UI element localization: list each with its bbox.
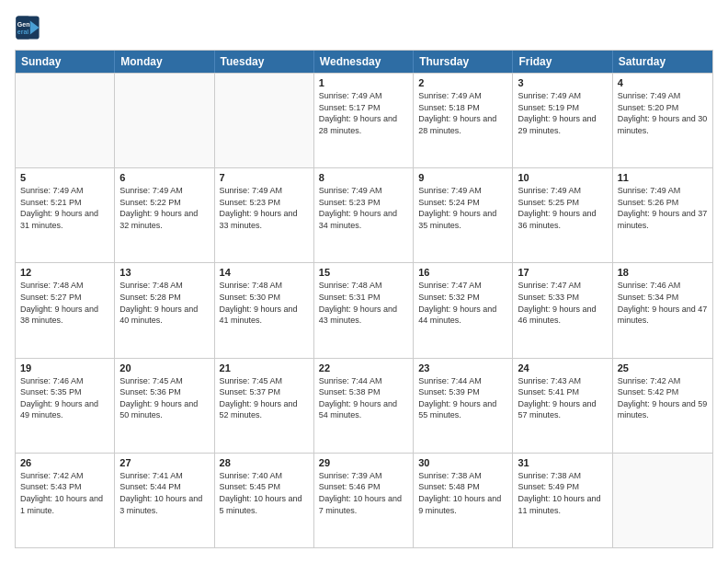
day-details: Sunrise: 7:49 AM Sunset: 5:22 PM Dayligh… [119,185,209,231]
day-cell-8: 8Sunrise: 7:49 AM Sunset: 5:23 PM Daylig… [314,168,414,262]
day-details: Sunrise: 7:49 AM Sunset: 5:19 PM Dayligh… [518,90,607,136]
day-cell-3: 3Sunrise: 7:49 AM Sunset: 5:19 PM Daylig… [513,74,612,167]
day-details: Sunrise: 7:49 AM Sunset: 5:20 PM Dayligh… [618,90,708,136]
day-cell-22: 22Sunrise: 7:44 AM Sunset: 5:38 PM Dayli… [314,359,414,453]
day-cell-15: 15Sunrise: 7:48 AM Sunset: 5:31 PM Dayli… [314,263,414,357]
day-details: Sunrise: 7:42 AM Sunset: 5:43 PM Dayligh… [20,470,109,516]
day-number: 16 [418,267,507,278]
day-number: 14 [220,267,309,278]
day-number: 13 [119,267,209,278]
day-details: Sunrise: 7:39 AM Sunset: 5:46 PM Dayligh… [319,470,408,516]
calendar-row-1: 5Sunrise: 7:49 AM Sunset: 5:21 PM Daylig… [16,167,712,262]
day-details: Sunrise: 7:41 AM Sunset: 5:44 PM Dayligh… [119,470,209,516]
empty-cell [115,74,214,167]
day-cell-7: 7Sunrise: 7:49 AM Sunset: 5:23 PM Daylig… [215,168,314,262]
day-details: Sunrise: 7:44 AM Sunset: 5:39 PM Dayligh… [418,375,507,421]
day-cell-5: 5Sunrise: 7:49 AM Sunset: 5:21 PM Daylig… [16,168,115,262]
svg-rect-2 [16,16,29,39]
day-details: Sunrise: 7:49 AM Sunset: 5:23 PM Dayligh… [319,185,408,231]
calendar-body: 1Sunrise: 7:49 AM Sunset: 5:17 PM Daylig… [16,73,712,547]
day-details: Sunrise: 7:49 AM Sunset: 5:18 PM Dayligh… [418,90,507,136]
day-cell-19: 19Sunrise: 7:46 AM Sunset: 5:35 PM Dayli… [16,359,115,453]
day-number: 5 [20,172,109,183]
day-number: 20 [119,362,209,373]
day-number: 21 [220,362,309,373]
calendar: SundayMondayTuesdayWednesdayThursdayFrid… [15,50,713,548]
header: Gen eral [15,15,713,40]
day-cell-23: 23Sunrise: 7:44 AM Sunset: 5:39 PM Dayli… [414,359,513,453]
day-number: 26 [20,457,109,468]
day-number: 29 [319,457,408,468]
day-number: 22 [319,362,408,373]
header-day-monday: Monday [115,51,214,73]
header-day-tuesday: Tuesday [215,51,314,73]
day-cell-25: 25Sunrise: 7:42 AM Sunset: 5:42 PM Dayli… [613,359,712,453]
day-details: Sunrise: 7:38 AM Sunset: 5:49 PM Dayligh… [518,470,607,516]
day-number: 12 [20,267,109,278]
day-details: Sunrise: 7:48 AM Sunset: 5:27 PM Dayligh… [20,280,109,326]
day-number: 2 [418,77,507,88]
day-details: Sunrise: 7:49 AM Sunset: 5:24 PM Dayligh… [418,185,507,231]
day-number: 4 [618,77,708,88]
day-number: 1 [319,77,408,88]
day-number: 15 [319,267,408,278]
calendar-row-4: 26Sunrise: 7:42 AM Sunset: 5:43 PM Dayli… [16,453,712,547]
day-details: Sunrise: 7:48 AM Sunset: 5:30 PM Dayligh… [220,280,309,326]
day-cell-31: 31Sunrise: 7:38 AM Sunset: 5:49 PM Dayli… [513,454,612,547]
day-details: Sunrise: 7:49 AM Sunset: 5:25 PM Dayligh… [518,185,607,231]
empty-cell [16,74,115,167]
day-details: Sunrise: 7:48 AM Sunset: 5:28 PM Dayligh… [119,280,209,326]
day-cell-16: 16Sunrise: 7:47 AM Sunset: 5:32 PM Dayli… [414,263,513,357]
day-cell-12: 12Sunrise: 7:48 AM Sunset: 5:27 PM Dayli… [16,263,115,357]
day-cell-18: 18Sunrise: 7:46 AM Sunset: 5:34 PM Dayli… [613,263,712,357]
day-number: 19 [20,362,109,373]
day-details: Sunrise: 7:38 AM Sunset: 5:48 PM Dayligh… [418,470,507,516]
empty-cell [215,74,314,167]
day-number: 30 [418,457,507,468]
day-number: 23 [418,362,507,373]
day-details: Sunrise: 7:47 AM Sunset: 5:32 PM Dayligh… [418,280,507,326]
day-number: 17 [518,267,607,278]
day-number: 18 [618,267,708,278]
day-number: 28 [220,457,309,468]
empty-cell [613,454,712,547]
calendar-header-row: SundayMondayTuesdayWednesdayThursdayFrid… [16,51,712,73]
day-details: Sunrise: 7:48 AM Sunset: 5:31 PM Dayligh… [319,280,408,326]
day-cell-30: 30Sunrise: 7:38 AM Sunset: 5:48 PM Dayli… [414,454,513,547]
day-details: Sunrise: 7:49 AM Sunset: 5:21 PM Dayligh… [20,185,109,231]
day-cell-4: 4Sunrise: 7:49 AM Sunset: 5:20 PM Daylig… [613,74,712,167]
day-details: Sunrise: 7:46 AM Sunset: 5:35 PM Dayligh… [20,375,109,421]
day-number: 25 [618,362,708,373]
day-details: Sunrise: 7:47 AM Sunset: 5:33 PM Dayligh… [518,280,607,326]
calendar-row-3: 19Sunrise: 7:46 AM Sunset: 5:35 PM Dayli… [16,358,712,453]
day-cell-17: 17Sunrise: 7:47 AM Sunset: 5:33 PM Dayli… [513,263,612,357]
day-cell-10: 10Sunrise: 7:49 AM Sunset: 5:25 PM Dayli… [513,168,612,262]
day-cell-1: 1Sunrise: 7:49 AM Sunset: 5:17 PM Daylig… [314,74,414,167]
day-details: Sunrise: 7:45 AM Sunset: 5:36 PM Dayligh… [119,375,209,421]
svg-text:Gen: Gen [17,21,30,28]
day-cell-9: 9Sunrise: 7:49 AM Sunset: 5:24 PM Daylig… [414,168,513,262]
day-details: Sunrise: 7:40 AM Sunset: 5:45 PM Dayligh… [220,470,309,516]
day-cell-20: 20Sunrise: 7:45 AM Sunset: 5:36 PM Dayli… [115,359,214,453]
day-cell-13: 13Sunrise: 7:48 AM Sunset: 5:28 PM Dayli… [115,263,214,357]
day-cell-11: 11Sunrise: 7:49 AM Sunset: 5:26 PM Dayli… [613,168,712,262]
day-cell-6: 6Sunrise: 7:49 AM Sunset: 5:22 PM Daylig… [115,168,214,262]
day-number: 27 [119,457,209,468]
header-day-wednesday: Wednesday [314,51,414,73]
day-cell-28: 28Sunrise: 7:40 AM Sunset: 5:45 PM Dayli… [215,454,314,547]
day-cell-2: 2Sunrise: 7:49 AM Sunset: 5:18 PM Daylig… [414,74,513,167]
day-number: 9 [418,172,507,183]
day-number: 24 [518,362,607,373]
day-details: Sunrise: 7:49 AM Sunset: 5:23 PM Dayligh… [220,185,309,231]
day-cell-27: 27Sunrise: 7:41 AM Sunset: 5:44 PM Dayli… [115,454,214,547]
day-cell-21: 21Sunrise: 7:45 AM Sunset: 5:37 PM Dayli… [215,359,314,453]
header-day-saturday: Saturday [613,51,712,73]
day-details: Sunrise: 7:49 AM Sunset: 5:26 PM Dayligh… [618,185,708,231]
day-cell-29: 29Sunrise: 7:39 AM Sunset: 5:46 PM Dayli… [314,454,414,547]
logo-icon: Gen eral [15,15,40,40]
day-number: 31 [518,457,607,468]
header-day-friday: Friday [513,51,612,73]
day-details: Sunrise: 7:46 AM Sunset: 5:34 PM Dayligh… [618,280,708,326]
day-cell-26: 26Sunrise: 7:42 AM Sunset: 5:43 PM Dayli… [16,454,115,547]
header-day-sunday: Sunday [16,51,115,73]
